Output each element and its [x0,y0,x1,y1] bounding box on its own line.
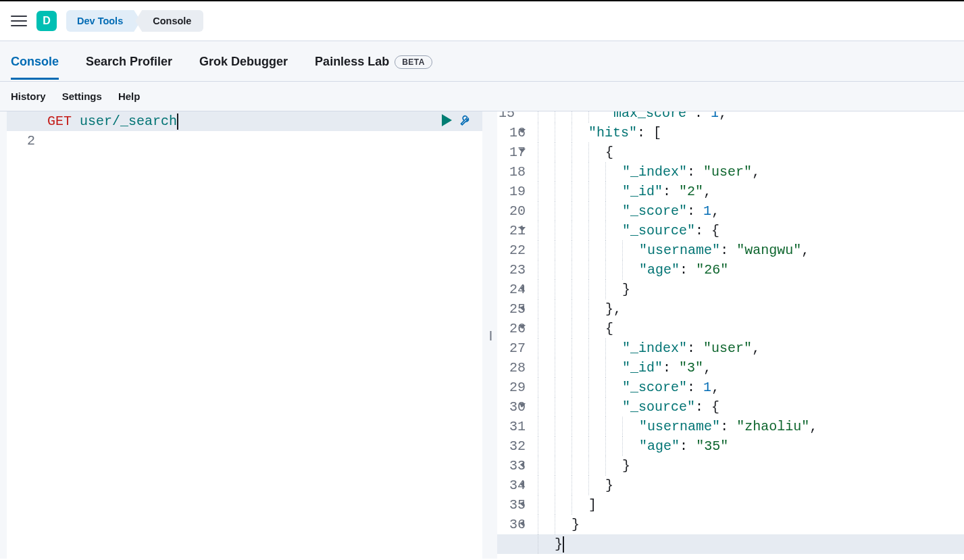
top-header: D Dev Tools Console [0,1,964,41]
app-badge[interactable]: D [36,11,57,31]
editor-split: 12 GET user/_search || 15161718192021222… [0,111,964,559]
beta-badge: BETA [395,55,432,69]
tab-painless-lab-label: Painless Lab [315,55,389,69]
toolbar-help[interactable]: Help [118,91,141,102]
run-request-icon[interactable] [442,114,453,128]
request-gutter: 12 [7,111,46,559]
request-options-icon[interactable] [459,114,473,128]
request-code[interactable]: GET user/_search [46,111,482,559]
tab-console[interactable]: Console [11,43,59,80]
response-code[interactable]: "max_score": 1, "hits": [ { "_index": "u… [536,111,964,559]
breadcrumb-dev-tools[interactable]: Dev Tools [66,10,141,32]
request-editor[interactable]: 12 GET user/_search [7,111,482,559]
pane-divider[interactable]: || [482,111,497,559]
breadcrumb-console[interactable]: Console [135,10,203,32]
toolbar: History Settings Help [0,82,964,111]
tabs: Console Search Profiler Grok Debugger Pa… [0,41,964,82]
tab-search-profiler[interactable]: Search Profiler [86,43,172,80]
response-gutter: 1516171819202122232425262728293031323334… [497,111,536,559]
menu-icon[interactable] [11,13,27,29]
breadcrumbs: Dev Tools Console [66,10,203,32]
divider-handle-icon[interactable]: || [489,330,490,340]
request-pane: 12 GET user/_search [7,111,482,559]
toolbar-settings[interactable]: Settings [62,91,102,102]
request-actions [442,114,473,128]
response-pane: 1516171819202122232425262728293031323334… [497,111,964,559]
tab-grok-debugger[interactable]: Grok Debugger [199,43,288,80]
svg-marker-0 [442,114,452,126]
tab-painless-lab[interactable]: Painless Lab BETA [315,43,432,80]
content: Console Search Profiler Grok Debugger Pa… [0,41,964,559]
response-editor[interactable]: 1516171819202122232425262728293031323334… [497,111,964,559]
toolbar-history[interactable]: History [11,91,46,102]
